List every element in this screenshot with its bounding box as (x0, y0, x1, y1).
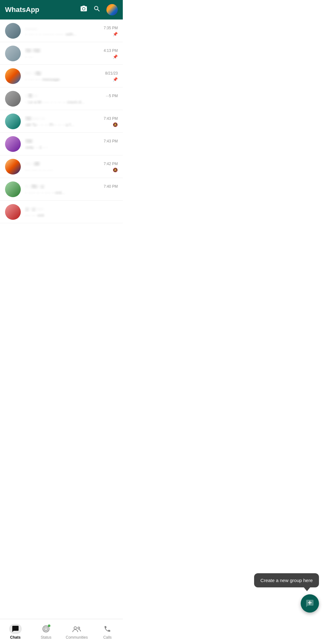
pin-icon: 📌 (113, 32, 118, 36)
chat-time: 7:40 PM (104, 184, 118, 189)
list-item[interactable]: ·y ··y ·········· ··· ·ord· (0, 201, 123, 223)
chat-name: ··· ·4o ··y (25, 184, 101, 189)
avatar (5, 136, 21, 152)
chat-preview: ·aiii Ty·· ··· ··· Fl··· ··· ···y f... (25, 122, 111, 127)
mute-icon: 🔕 (113, 122, 118, 127)
mute-icon: 🔕 (113, 168, 118, 172)
list-item[interactable]: ·hii ····· ···7:43 PM·aiii Ty·· ··· ··· … (0, 110, 123, 133)
chat-preview: ·· ···· (25, 54, 111, 59)
avatar (5, 159, 21, 175)
chat-preview: ····· ··· ·ord· (25, 213, 116, 218)
chat-preview: ····· ····· ·· ··· ····· (25, 168, 111, 172)
chat-time: 4:13 PM (104, 48, 118, 53)
chat-time: 7:42 PM (104, 162, 118, 166)
list-item[interactable]: ··· ·4o ··y7:40 PM·· ······ ··· ·· ·····… (0, 178, 123, 201)
user-avatar[interactable] (106, 4, 118, 15)
camera-icon[interactable] (80, 5, 88, 14)
pin-icon: 📌 (113, 77, 118, 82)
chat-name: ......... (25, 25, 101, 31)
chat-name: ·y ··y ····· (25, 206, 115, 212)
list-item[interactable]: ·hii ·hiii4:13 PM·· ····📌 (0, 42, 123, 65)
list-item[interactable]: ····· ··dy8/21/23·· ····· ····· message·… (0, 65, 123, 87)
list-item[interactable]: ·hiii7:43 PM·ooly· ···1 ·· · (0, 133, 123, 155)
avatar (5, 68, 21, 84)
chat-name: ·· B ··· (25, 93, 103, 99)
chat-time: 7:43 PM (104, 139, 118, 143)
chat-preview: ·ooly· ···1 ·· · (25, 145, 116, 150)
header-actions (80, 4, 118, 15)
chat-preview: ·· Le a M······· ·· ·· ··· ··· cours d..… (25, 100, 116, 104)
avatar (5, 204, 21, 220)
chat-name: ·hiii (25, 138, 101, 144)
avatar (5, 114, 21, 129)
avatar (5, 91, 21, 107)
list-item[interactable]: ·· B ······5 PM·· Le a M······· ·· ·· ··… (0, 87, 123, 110)
avatar (5, 46, 21, 61)
chat-time: 7:43 PM (104, 116, 118, 121)
chat-time: ···5 PM (106, 94, 118, 98)
chat-time: 8/21/23 (105, 71, 118, 75)
chat-name: ·hii ·hiii (25, 48, 101, 53)
chat-preview: ·· ····· ·· ·· ·········· ······· ·uoh..… (25, 32, 111, 36)
pin-icon: 📌 (113, 54, 118, 59)
app-title: WhatsApp (5, 6, 39, 14)
list-item[interactable]: .........7:35 PM·· ····· ·· ·· ·········… (0, 19, 123, 42)
list-item[interactable]: ····· ·dii7:42 PM····· ····· ·· ··· ····… (0, 155, 123, 178)
search-icon[interactable] (93, 5, 101, 14)
avatar (5, 23, 21, 39)
chat-time: 7:35 PM (104, 26, 118, 30)
chat-name: ·hii ····· ··· (25, 116, 101, 121)
chat-preview: ·· ····· ····· message· (25, 77, 111, 82)
app-header: WhatsApp (0, 0, 123, 19)
chat-list: .........7:35 PM·· ····· ·· ·· ·········… (0, 19, 123, 619)
avatar (5, 181, 21, 197)
chat-preview: ·· ······ ··· ·· ····· ···ord... (25, 190, 116, 195)
chat-name: ····· ·dii (25, 161, 101, 167)
chat-name: ····· ··dy (25, 70, 103, 76)
